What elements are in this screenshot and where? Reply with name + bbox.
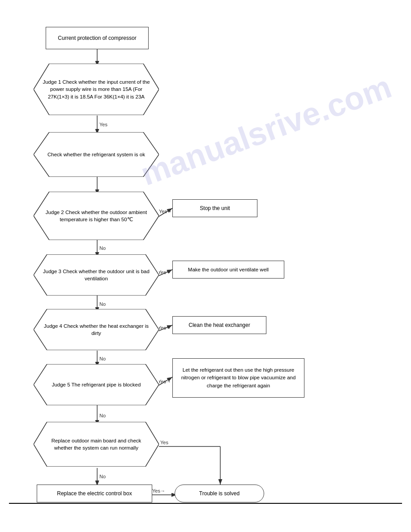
node-judge5: Judge 5 The refrigerant pipe is blocked xyxy=(34,364,159,405)
svg-line-17 xyxy=(158,377,172,386)
node-judge1: Judge 1 Check whether the input current … xyxy=(34,64,159,115)
node-start: Current protection of compressor xyxy=(46,27,149,49)
node-stop-unit: Stop the unit xyxy=(172,199,257,217)
svg-text:Yes→: Yes→ xyxy=(159,209,172,214)
flowchart-container: manualsrive.com Yes Yes→ No Yes→ No Yes→ xyxy=(0,0,411,517)
bottom-divider xyxy=(9,503,402,504)
svg-line-5 xyxy=(158,208,172,217)
node-judge4: Judge 4 Check whether the heat exchanger… xyxy=(34,309,159,350)
svg-text:No: No xyxy=(99,413,106,418)
node-blow-pipe: Let the refrigerant out then use the hig… xyxy=(172,358,304,398)
node-trouble-solved: Trouble is solved xyxy=(175,485,264,502)
svg-text:Yes→: Yes→ xyxy=(158,270,171,275)
node-judge3: Judge 3 Check whether the outdoor unit i… xyxy=(34,254,159,296)
svg-text:Yes→: Yes→ xyxy=(158,325,171,330)
svg-text:No: No xyxy=(99,474,106,479)
svg-text:No: No xyxy=(99,245,106,251)
node-clean-exchanger: Clean the heat exchanger xyxy=(172,316,266,334)
node-check-refrigerant: Check whether the refrigerant system is … xyxy=(34,132,159,177)
svg-line-13 xyxy=(158,325,172,331)
svg-text:No: No xyxy=(99,301,106,307)
node-ventilate: Make the outdoor unit ventilate well xyxy=(172,261,284,279)
node-replace-box: Replace the electric control box xyxy=(37,485,152,502)
svg-text:No: No xyxy=(99,356,106,361)
node-replace-board: Replace outdoor main board and check whe… xyxy=(34,422,159,467)
svg-text:Yes: Yes xyxy=(160,440,168,445)
watermark: manualsrive.com xyxy=(136,68,396,193)
node-judge2: Judge 2 Check whether the outdoor ambien… xyxy=(34,192,159,240)
svg-text:Yes→: Yes→ xyxy=(152,488,165,493)
svg-text:Yes→: Yes→ xyxy=(158,379,171,384)
svg-text:Yes: Yes xyxy=(99,122,107,127)
svg-line-9 xyxy=(158,270,172,276)
